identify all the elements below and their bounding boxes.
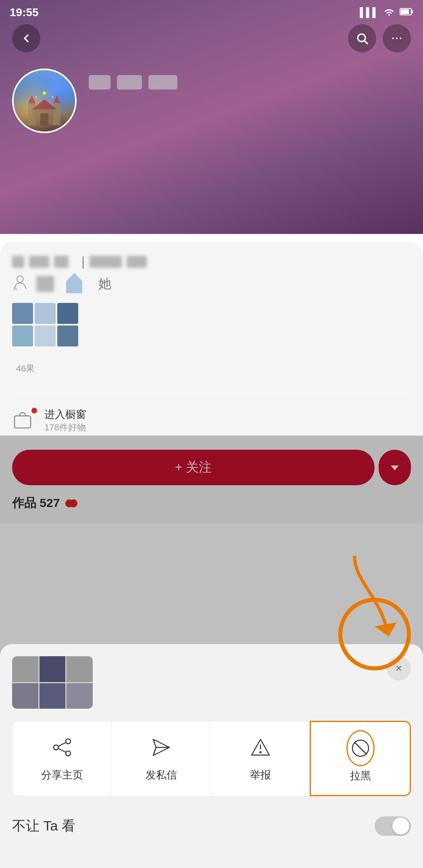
privacy-row: 不让 Ta 看 (12, 808, 411, 844)
privacy-toggle[interactable] (375, 816, 411, 836)
svg-line-27 (58, 743, 66, 746)
status-bar: 19:55 ▌▌▌ (0, 0, 423, 20)
avatar-image (14, 70, 75, 131)
stat-blur-4 (90, 256, 122, 268)
stat-blur-2 (29, 256, 49, 268)
svg-rect-20 (15, 416, 31, 428)
send-icon (147, 733, 175, 762)
shop-count: 178件好物 (44, 421, 86, 434)
decor-cell-4 (12, 326, 33, 346)
action-report[interactable]: 举报 (210, 721, 310, 796)
decor-cell-2 (35, 303, 56, 324)
thumb-3 (67, 656, 93, 682)
svg-marker-13 (53, 95, 60, 103)
bottom-sheet: × 分享主页 发私信 (0, 644, 423, 868)
toggle-knob (392, 818, 409, 835)
block-icon-circle (346, 730, 375, 766)
decor-count: 46果 (16, 363, 35, 373)
profile-background: 19:55 ▌▌▌ (0, 0, 423, 234)
svg-point-18 (17, 276, 23, 282)
profile-info (0, 56, 423, 133)
svg-rect-1 (411, 10, 413, 13)
svg-point-7 (400, 38, 401, 39)
decor-area: 46果 (12, 303, 411, 391)
stat-blur-1 (12, 256, 24, 268)
stat-blur-3 (54, 256, 69, 268)
decor-shape (66, 273, 82, 295)
privacy-label: 不让 Ta 看 (12, 817, 75, 835)
close-button[interactable]: × (387, 656, 411, 680)
battery-icon (400, 7, 413, 18)
svg-rect-2 (401, 9, 409, 14)
sheet-thumbnail (12, 656, 93, 709)
svg-point-26 (54, 745, 58, 750)
svg-point-17 (52, 96, 53, 98)
back-button[interactable] (12, 24, 40, 52)
svg-point-15 (43, 92, 46, 95)
svg-point-16 (35, 96, 37, 98)
block-icon (346, 734, 375, 762)
name-block-3 (148, 75, 177, 90)
avatar (12, 69, 77, 133)
svg-point-24 (66, 739, 71, 744)
status-icons: ▌▌▌ (360, 7, 413, 18)
thumb-1 (12, 656, 38, 682)
sheet-header: × (12, 656, 411, 709)
score-blur (36, 276, 54, 292)
report-label: 举报 (250, 768, 271, 782)
person-icon (12, 274, 28, 294)
stat-blur-5 (127, 256, 147, 268)
svg-line-35 (354, 742, 367, 754)
signal-icon: ▌▌▌ (360, 7, 379, 18)
action-row: 分享主页 发私信 举报 (12, 721, 411, 796)
nav-bar (0, 20, 423, 56)
shop-title: 进入橱窗 (44, 407, 86, 421)
shop-notification-dot (31, 408, 37, 413)
name-block-1 (89, 75, 110, 90)
shop-info: 进入橱窗 178件好物 (44, 407, 86, 434)
svg-line-28 (58, 749, 66, 752)
decor-cell-3 (57, 303, 78, 324)
svg-point-6 (396, 38, 398, 39)
svg-marker-14 (32, 99, 56, 109)
svg-point-25 (66, 751, 71, 756)
action-share[interactable]: 分享主页 (12, 721, 111, 796)
svg-rect-10 (28, 103, 35, 125)
svg-rect-11 (53, 103, 60, 125)
wifi-icon (383, 7, 395, 18)
svg-rect-9 (40, 113, 48, 125)
svg-line-4 (365, 41, 367, 44)
action-block[interactable]: 拉黑 (310, 721, 411, 796)
svg-marker-12 (28, 95, 35, 103)
status-time: 19:55 (10, 6, 39, 19)
thumb-2 (40, 656, 66, 682)
nav-right-buttons (348, 24, 411, 52)
share-icon (48, 733, 76, 762)
svg-marker-19 (12, 286, 19, 290)
message-label: 发私信 (146, 768, 177, 782)
svg-point-33 (260, 752, 261, 753)
name-block-2 (117, 75, 142, 90)
stat-sep: | (81, 254, 85, 269)
thumb-4 (12, 683, 38, 709)
action-message[interactable]: 发私信 (111, 721, 210, 796)
gender-row: 她 (12, 273, 411, 295)
svg-point-5 (392, 38, 394, 39)
shop-icon-wrap (12, 409, 36, 433)
thumb-5 (40, 683, 66, 709)
share-label: 分享主页 (41, 768, 83, 782)
thumb-6 (67, 683, 93, 709)
warn-icon (246, 733, 275, 762)
stats-row-blurred: | (12, 254, 411, 269)
block-label: 拉黑 (350, 769, 371, 783)
top-name-area (89, 75, 177, 90)
more-button[interactable] (383, 24, 411, 52)
decor-cell-6 (57, 326, 78, 346)
gender-label: 她 (98, 275, 111, 293)
decor-cell-5 (35, 326, 56, 346)
decor-cell-1 (12, 303, 33, 324)
search-button[interactable] (348, 24, 376, 52)
